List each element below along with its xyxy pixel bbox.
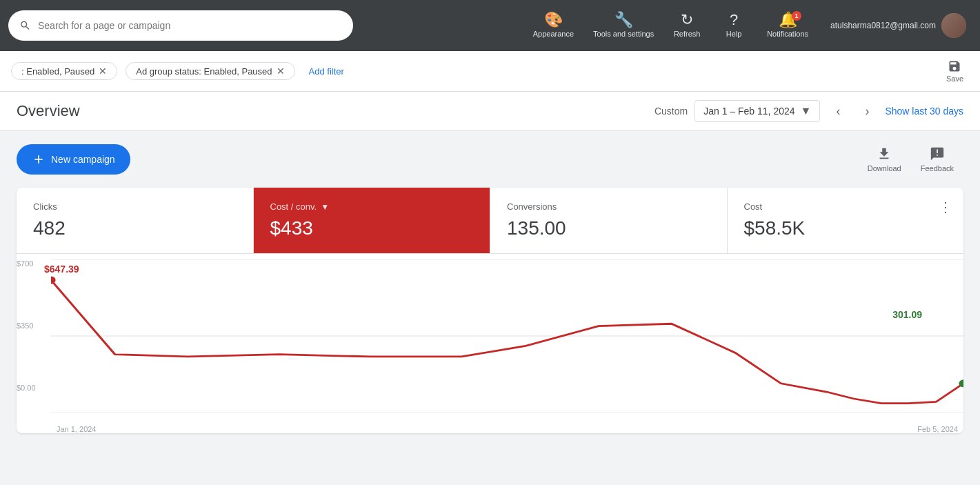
- appearance-button[interactable]: 🎨 Appearance: [525, 8, 582, 43]
- save-icon: [948, 59, 961, 73]
- notifications-button[interactable]: 🔔 1 Notifications: [759, 8, 817, 43]
- conversions-value: 135.00: [507, 217, 710, 239]
- help-button[interactable]: ? Help: [712, 8, 756, 43]
- help-label: Help: [726, 30, 742, 39]
- metric-cost[interactable]: Cost $58.5K ⋮: [728, 188, 964, 253]
- x-label-start: Jan 1, 2024: [57, 425, 97, 433]
- notifications-label: Notifications: [767, 30, 808, 39]
- filter1-close-icon[interactable]: ✕: [99, 66, 107, 77]
- clicks-value: 482: [33, 217, 237, 239]
- overview-header: Overview Custom Jan 1 – Feb 11, 2024 ▼ ‹…: [0, 92, 980, 131]
- action-bar: New campaign Download Feedback: [17, 142, 963, 177]
- filter2-label: Ad group status: Enabled, Paused: [136, 66, 272, 77]
- feedback-label: Feedback: [921, 164, 954, 172]
- search-icon: [19, 19, 31, 32]
- next-date-button[interactable]: ›: [856, 100, 878, 122]
- filter-chip-2[interactable]: Ad group status: Enabled, Paused ✕: [126, 62, 294, 80]
- x-label-end: Feb 5, 2024: [917, 425, 958, 433]
- chart-line: [51, 280, 963, 404]
- y-label-0: $0.00: [17, 384, 51, 392]
- clicks-label: Clicks: [33, 201, 237, 212]
- refresh-label: Refresh: [674, 30, 701, 39]
- tools-settings-button[interactable]: 🔧 Tools and settings: [585, 8, 662, 43]
- download-button[interactable]: Download: [858, 142, 911, 177]
- chart-line-svg: [51, 259, 963, 413]
- metrics-card: Clicks 482 Cost / conv. ▼ $433 Conversio…: [17, 188, 963, 433]
- conversions-label: Conversions: [507, 201, 710, 212]
- filter1-label: : Enabled, Paused: [21, 66, 94, 77]
- appearance-icon: 🎨: [544, 12, 563, 28]
- appearance-label: Appearance: [533, 30, 574, 39]
- cost-label: Cost: [744, 201, 948, 212]
- filter2-close-icon[interactable]: ✕: [277, 66, 285, 77]
- metric-conversions[interactable]: Conversions 135.00: [490, 188, 728, 253]
- cost-value: $58.5K: [744, 217, 948, 239]
- user-email: atulsharma0812@gmail.com: [830, 21, 936, 30]
- save-button[interactable]: Save: [941, 57, 969, 86]
- date-range-text: Jan 1 – Feb 11, 2024: [703, 106, 794, 117]
- avatar: [941, 13, 966, 38]
- filter-chip-1[interactable]: : Enabled, Paused ✕: [11, 62, 117, 80]
- cost-conv-value: $433: [270, 217, 474, 239]
- add-filter-button[interactable]: Add filter: [303, 63, 350, 79]
- prev-date-button[interactable]: ‹: [827, 100, 849, 122]
- top-navigation: 🎨 Appearance 🔧 Tools and settings ↻ Refr…: [0, 0, 980, 51]
- avatar-image: [941, 13, 966, 38]
- page-title: Overview: [17, 102, 80, 120]
- more-options-button[interactable]: ⋮: [939, 199, 952, 215]
- date-picker[interactable]: Jan 1 – Feb 11, 2024 ▼: [694, 100, 820, 122]
- help-icon: ?: [730, 12, 738, 28]
- new-campaign-label: New campaign: [51, 154, 115, 165]
- show-last-30-link[interactable]: Show last 30 days: [885, 106, 963, 117]
- filter-bar: : Enabled, Paused ✕ Ad group status: Ena…: [0, 51, 980, 92]
- save-label: Save: [946, 75, 963, 83]
- download-label: Download: [868, 164, 901, 172]
- refresh-icon: ↻: [681, 12, 693, 28]
- feedback-icon: [930, 146, 945, 161]
- main-content: New campaign Download Feedback Clicks 48…: [0, 131, 980, 485]
- metrics-row: Clicks 482 Cost / conv. ▼ $433 Conversio…: [17, 188, 963, 254]
- y-label-350: $350: [17, 321, 51, 330]
- metric-clicks[interactable]: Clicks 482: [17, 188, 254, 253]
- download-icon: [877, 146, 892, 161]
- chart-area: $700 $350 $0.00 $647.39 301.09: [17, 254, 963, 433]
- new-campaign-button[interactable]: New campaign: [17, 144, 130, 175]
- chart-start-dot: [51, 276, 56, 284]
- notification-badge: 1: [792, 11, 801, 21]
- custom-label: Custom: [654, 106, 688, 117]
- search-input[interactable]: [38, 20, 342, 31]
- cost-conv-label: Cost / conv. ▼: [270, 201, 474, 212]
- plus-icon: [32, 152, 46, 166]
- y-axis-labels: $700 $350 $0.00: [17, 254, 51, 413]
- dropdown-arrow-icon: ▼: [801, 105, 812, 117]
- tools-icon: 🔧: [614, 12, 633, 28]
- refresh-button[interactable]: ↻ Refresh: [665, 8, 709, 43]
- metric-cost-conv[interactable]: Cost / conv. ▼ $433: [254, 188, 491, 253]
- cost-conv-dropdown-icon: ▼: [321, 202, 329, 212]
- feedback-button[interactable]: Feedback: [911, 142, 963, 177]
- user-section[interactable]: atulsharma0812@gmail.com: [825, 10, 972, 41]
- tools-label: Tools and settings: [593, 30, 654, 39]
- x-axis-labels: Jan 1, 2024 Feb 5, 2024: [51, 425, 963, 433]
- date-controls: Custom Jan 1 – Feb 11, 2024 ▼ ‹ › Show l…: [654, 100, 963, 122]
- search-box[interactable]: [8, 10, 353, 41]
